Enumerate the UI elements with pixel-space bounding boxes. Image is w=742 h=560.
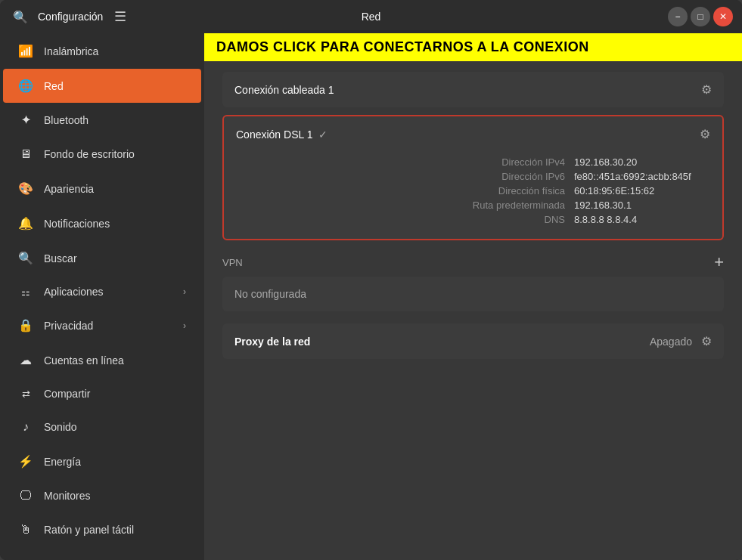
dsl-details: Dirección IPv4 192.168.30.20 Dirección I… [224, 152, 722, 239]
dsl-connection-name: Conexión DSL 1 ✓ [236, 128, 328, 141]
chevron-right-icon: › [183, 286, 186, 297]
music-icon: ♪ [18, 420, 33, 434]
search-icon: 🔍 [18, 251, 33, 265]
titlebar: 🔍 Configuración ☰ Red − □ ✕ [0, 0, 742, 33]
sidebar-item-monitores[interactable]: 🖵 Monitores [3, 479, 201, 512]
sidebar-item-cuentas[interactable]: ☁ Cuentas en línea [3, 343, 201, 377]
titlebar-left: 🔍 Configuración ☰ [9, 5, 250, 28]
search-icon: 🔍 [13, 10, 28, 24]
route-label: Ruta predeterminada [444, 200, 565, 211]
battery-icon: ⚡ [18, 454, 33, 469]
route-row: Ruta predeterminada 192.168.30.1 [236, 200, 710, 211]
ipv4-label: Dirección IPv4 [444, 156, 565, 168]
wifi-icon: 📶 [18, 44, 33, 58]
share-icon: ⇄ [18, 388, 33, 400]
dsl-connection-item[interactable]: Conexión DSL 1 ✓ ⚙ Dirección IPv4 192.16… [222, 115, 724, 240]
instruction-banner: DAMOS CLICK PARA CONECTARNOS A LA CONEXI… [204, 33, 742, 61]
wired-gear-button[interactable]: ⚙ [701, 82, 712, 97]
sidebar-item-label: Monitores [44, 490, 90, 502]
titlebar-right: − □ ✕ [492, 7, 733, 26]
sidebar-item-inalambrica[interactable]: 📶 Inalámbrica [3, 34, 201, 68]
sidebar-item-label: Apariencia [44, 183, 94, 195]
display-icon: 🖵 [18, 489, 33, 503]
close-button[interactable]: ✕ [713, 7, 733, 26]
vpn-section: VPN + No configurada [222, 254, 724, 311]
sidebar-item-notificaciones[interactable]: 🔔 Notificaciones [3, 206, 201, 240]
proxy-label: Proxy de la red [234, 336, 310, 348]
route-value: 192.168.30.1 [574, 200, 710, 211]
vpn-add-button[interactable]: + [714, 254, 724, 271]
content-area: DAMOS CLICK PARA CONECTARNOS A LA CONEXI… [204, 33, 742, 560]
bluetooth-icon: ✦ [18, 113, 33, 127]
proxy-item[interactable]: Proxy de la red Apagado ⚙ [222, 323, 724, 359]
mac-row: Dirección física 60:18:95:6E:15:62 [236, 185, 710, 196]
minimize-button[interactable]: − [668, 7, 688, 26]
main-layout: 📶 Inalámbrica 🌐 Red ✦ Bluetooth 🖥 Fondo … [0, 33, 742, 560]
sidebar-item-label: Privacidad [44, 320, 93, 332]
dns-value: 8.8.8.8 8.8.4.4 [574, 214, 710, 225]
sidebar-item-label: Cuentas en línea [44, 354, 124, 367]
wired-connection-name: Conexión cableada 1 [234, 84, 334, 96]
dsl-connection-header[interactable]: Conexión DSL 1 ✓ ⚙ [224, 116, 722, 152]
vpn-no-config-label: No configurada [234, 288, 306, 300]
wired-connection-header[interactable]: Conexión cableada 1 ⚙ [222, 72, 724, 107]
vpn-header: VPN + [222, 254, 724, 271]
sidebar-item-aplicaciones[interactable]: ⚏ Aplicaciones › [3, 276, 201, 308]
sidebar-item-label: Red [44, 80, 64, 92]
sidebar-item-sonido[interactable]: ♪ Sonido [3, 410, 201, 444]
sidebar-item-label: Bluetooth [44, 114, 88, 126]
gear-icon: ⚙ [701, 83, 712, 96]
sidebar-item-bluetooth[interactable]: ✦ Bluetooth [3, 104, 201, 137]
cloud-icon: ☁ [18, 353, 33, 367]
sidebar-item-label: Aplicaciones [44, 286, 104, 298]
proxy-gear-button[interactable]: ⚙ [701, 334, 712, 348]
ipv6-row: Dirección IPv6 fe80::451a:6992:acbb:845f [236, 171, 710, 182]
sidebar-item-label: Ratón y panel táctil [44, 524, 134, 536]
sidebar-item-label: Notificaciones [44, 218, 110, 230]
vpn-no-config-item: No configurada [222, 277, 724, 311]
proxy-right: Apagado ⚙ [650, 334, 712, 348]
palette-icon: 🎨 [18, 181, 33, 196]
chevron-right-icon: › [183, 320, 186, 331]
sidebar-item-label: Sonido [44, 421, 77, 433]
vpn-title: VPN [222, 257, 243, 268]
globe-icon: 🌐 [18, 79, 33, 93]
dsl-gear-button[interactable]: ⚙ [700, 127, 710, 141]
sidebar-item-buscar[interactable]: 🔍 Buscar [3, 241, 201, 275]
ipv4-value: 192.168.30.20 [574, 156, 710, 168]
sidebar-item-label: Fondo de escritorio [44, 148, 135, 160]
ipv4-row: Dirección IPv4 192.168.30.20 [236, 156, 710, 168]
lock-icon: 🔒 [18, 318, 33, 333]
app-title: Configuración [38, 11, 103, 23]
mac-label: Dirección física [444, 185, 565, 196]
page-title: Red [362, 11, 381, 23]
sidebar-item-fondo[interactable]: 🖥 Fondo de escritorio [3, 138, 201, 171]
gear-icon: ⚙ [701, 335, 712, 348]
sidebar-item-energia[interactable]: ⚡ Energía [3, 444, 201, 478]
sidebar-item-red[interactable]: 🌐 Red [3, 69, 201, 103]
monitor-icon: 🖥 [18, 147, 33, 161]
sidebar-item-label: Inalámbrica [44, 45, 98, 57]
sidebar-item-label: Buscar [44, 252, 77, 265]
sidebar-item-raton[interactable]: 🖱 Ratón y panel táctil [3, 513, 201, 546]
menu-button[interactable]: ☰ [109, 5, 132, 28]
wired-connection-item[interactable]: Conexión cableada 1 ⚙ [222, 72, 724, 107]
mac-value: 60:18:95:6E:15:62 [574, 185, 710, 196]
dns-label: DNS [444, 214, 565, 225]
sidebar-item-privacidad[interactable]: 🔒 Privacidad › [3, 308, 201, 342]
sidebar: 📶 Inalámbrica 🌐 Red ✦ Bluetooth 🖥 Fondo … [0, 33, 204, 560]
dns-row: DNS 8.8.8.8 8.8.4.4 [236, 214, 710, 225]
mouse-icon: 🖱 [18, 523, 33, 537]
sidebar-item-compartir[interactable]: ⇄ Compartir [3, 378, 201, 410]
sidebar-item-label: Compartir [44, 388, 90, 400]
grid-icon: ⚏ [18, 286, 33, 298]
search-button[interactable]: 🔍 [9, 5, 32, 28]
maximize-button[interactable]: □ [691, 7, 710, 26]
connected-checkmark-icon: ✓ [318, 128, 328, 141]
ipv6-label: Dirección IPv6 [444, 171, 565, 182]
menu-icon: ☰ [114, 8, 126, 25]
proxy-section: Proxy de la red Apagado ⚙ [222, 323, 724, 359]
sidebar-item-apariencia[interactable]: 🎨 Apariencia [3, 172, 201, 206]
window: 🔍 Configuración ☰ Red − □ ✕ 📶 Inalámbric… [0, 0, 742, 560]
bell-icon: 🔔 [18, 216, 33, 230]
